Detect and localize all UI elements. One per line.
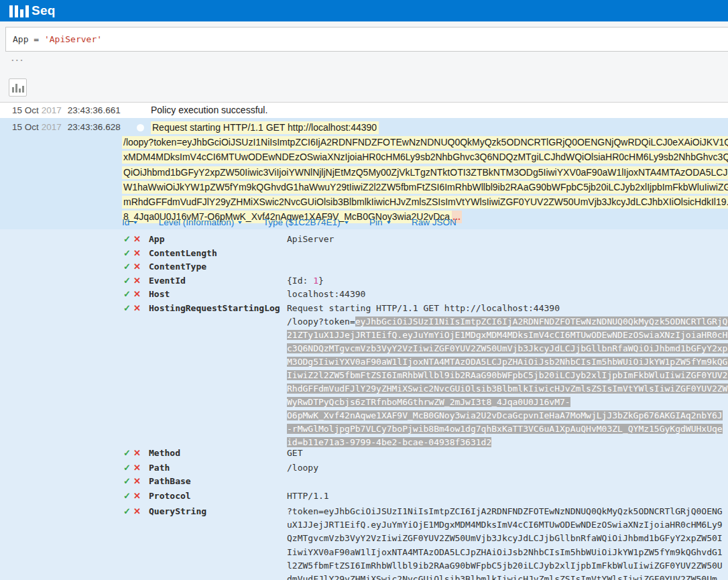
exclude-filter-icon[interactable]: ✕: [133, 233, 141, 246]
exclude-filter-icon[interactable]: ✕: [133, 302, 141, 315]
include-filter-icon[interactable]: ✓: [123, 447, 131, 460]
selected-text: M3ODg5IiwiYXV0aF90aW1lIjoxNTA4MTAzODA5LC…: [287, 357, 728, 367]
include-filter-icon[interactable]: ✓: [123, 247, 131, 260]
property-row: ✓✕ ContentLength: [0, 247, 728, 260]
event-message-line: W1haWwiOiJkYW1pZW5fYm9kQGhvdG1haWwuY29tI…: [122, 180, 728, 194]
property-row: ✓✕ PathBase: [0, 475, 728, 488]
property-value-line: QzMTgvcmVzb3VyY2VzIiwiZGF0YUV2ZW50UmVjb3…: [287, 532, 723, 545]
exclude-filter-icon[interactable]: ✕: [133, 505, 141, 518]
selected-text: WyRwDTPyQcbjs6zTRfnboM6GthrwZW_2mJwI3t8_…: [287, 397, 570, 407]
event-message: Policy execution successful.: [151, 105, 267, 115]
query-field: App: [13, 34, 28, 44]
tab-type[interactable]: Type ($1C2B74E1): [263, 217, 349, 227]
include-filter-icon[interactable]: ✓: [123, 233, 131, 246]
app-header: Seq: [0, 0, 728, 21]
selected-text: O6pMwK_Xvf42nAqwe1XAF9V_McB0GNoy3wia2U2v…: [287, 410, 723, 420]
include-filter-icon[interactable]: ✓: [123, 288, 131, 301]
tab-id[interactable]: Id: [122, 217, 137, 227]
property-value-line: dmVudFJlY29yZHMiXSwic2NvcGUiOlsib3Blbmlk…: [287, 573, 717, 580]
chart-bar: [19, 89, 21, 93]
event-detail-pane: 15 Oct201723:43:36.628 Request starting …: [0, 118, 728, 580]
property-value-line: l2ZW5fbmFtZSI6ImRhbWllbl9ib2RAaG90bWFpbC…: [287, 559, 723, 573]
chevron-down-icon: [238, 221, 242, 224]
property-row: ✓✕ EventId {Id: 1}: [0, 274, 728, 288]
include-filter-icon[interactable]: ✓: [123, 260, 131, 274]
property-row: ✓✕ Protocol HTTP/1.1: [0, 489, 728, 503]
property-value-line: -rMwGlMoljpgPb7VLCy7boPjwib8Bm4ow1dg7qhB…: [287, 422, 723, 436]
query-value: 'ApiServer': [44, 34, 102, 44]
property-row: ✓✕ Path /loopy: [0, 461, 728, 475]
results-ellipsis: ...: [11, 53, 25, 63]
property-value-line: M3ODg5IiwiYXV0aF90aW1lIjoxNTA4MTAzODA5LC…: [287, 355, 728, 369]
exclude-filter-icon[interactable]: ✕: [133, 475, 141, 488]
app-title: Seq: [32, 4, 56, 17]
chart-bar: [12, 87, 14, 93]
exclude-filter-icon[interactable]: ✕: [133, 260, 141, 274]
property-value-line: IiwiYXV0aF90aW1lIjoxNTA4MTAzODA5LCJpZHAi…: [287, 546, 723, 559]
property-row: ✓✕ App ApiServer: [0, 233, 728, 246]
selected-text: -rMwGlMoljpgPb7VLCy7boPjwib8Bm4ow1dg7qhB…: [287, 424, 723, 434]
logo-bar: [15, 5, 18, 17]
property-row: ✓✕ ContentType: [0, 260, 728, 274]
property-value-line: RhdGFFdmVudFJlY29yZHMiXSwic2NvcGUiOlsib3…: [287, 382, 728, 396]
exclude-filter-icon[interactable]: ✕: [133, 274, 141, 288]
property-value-line: 21ZTy1uX1JJejJRT1EifQ.eyJuYmYiOjE1MDgxMD…: [287, 329, 728, 342]
property-value: {Id: 1}: [287, 274, 324, 288]
property-value-line: ?token=eyJhbGciOiJSUzI1NiIsImtpZCI6IjA2R…: [287, 505, 723, 518]
query-panel: App = 'ApiServer' ...: [0, 21, 728, 103]
event-level-bullet-icon: [137, 124, 144, 131]
event-message-line: xMDM4MDksImV4cCI6MTUwODEwNDEzOSwiaXNzIjo…: [122, 150, 728, 164]
seq-logo-icon[interactable]: Seq: [9, 4, 56, 17]
event-message-line: QiOiJhbmd1bGFyY2xpZW50Iiwic3ViIjoiYWNlNj…: [122, 165, 728, 180]
include-filter-icon[interactable]: ✓: [123, 505, 131, 518]
event-message-line: mRhdGFFdmVudFJlY29yZHMiXSwic2NvcGUiOlsib…: [122, 194, 728, 209]
exclude-filter-icon[interactable]: ✕: [133, 461, 141, 475]
event-message-line: /loopy?token=eyJhbGciOiJSUzI1NiIsImtpZCI…: [122, 135, 728, 150]
logo-bar: [25, 5, 29, 17]
include-filter-icon[interactable]: ✓: [123, 475, 131, 488]
tab-level[interactable]: Level (Information): [159, 217, 243, 227]
exclude-filter-icon[interactable]: ✕: [133, 489, 141, 503]
property-value-line: uX1JJejJRT1EifQ.eyJuYmYiOjE1MDgxMDM4MDks…: [287, 518, 723, 532]
property-value-line: Request starting HTTP/1.1 GET http://loc…: [287, 302, 560, 315]
selected-text: RhdGFFdmVudFJlY29yZHMiXSwic2NvcGUiOlsib3…: [287, 384, 728, 394]
chevron-down-icon: [345, 221, 349, 224]
property-value-line: IiwiZ2l2ZW5fbmFtZSI6ImRhbWllbl9ib2RAaG90…: [287, 369, 728, 382]
property-value-line: WyRwDTPyQcbjs6zTRfnboM6GthrwZW_2mJwI3t8_…: [287, 396, 570, 409]
tab-pin[interactable]: Pin: [369, 217, 391, 227]
selected-text: eyJhbGciOiJSUzI1NiIsImtpZCI6IjA2RDNFNDZF…: [355, 316, 728, 327]
event-timestamp: 15 Oct201723:43:36.661: [12, 105, 121, 115]
exclude-filter-icon[interactable]: ✕: [133, 288, 141, 301]
selected-text: IiwiZ2l2ZW5fbmFtZSI6ImRhbWllbl9ib2RAaG90…: [287, 370, 728, 380]
logo-bar: [20, 9, 23, 17]
chart-bar: [15, 84, 17, 93]
event-toolbar: Id Level (Information) Type ($1C2B74E1) …: [122, 216, 475, 228]
selected-text: c3Q6NDQzMTgvcmVzb3VyY2VzIiwiZGF0YUV2ZW50…: [287, 343, 728, 353]
bar-chart-icon[interactable]: [9, 78, 27, 97]
event-row[interactable]: 15 Oct201723:43:36.661 Policy execution …: [0, 103, 728, 118]
exclude-filter-icon[interactable]: ✕: [133, 247, 141, 260]
property-value-line: c3Q6NDQzMTgvcmVzb3VyY2VzIiwiZGF0YUV2ZW50…: [287, 342, 728, 355]
tab-raw-json[interactable]: Raw JSON: [412, 217, 457, 227]
query-operator: =: [28, 34, 44, 44]
chevron-down-icon: [387, 221, 391, 224]
include-filter-icon[interactable]: ✓: [123, 489, 131, 503]
event-message-line: Request starting HTTP/1.1 GET http://loc…: [151, 120, 379, 135]
include-filter-icon[interactable]: ✓: [123, 302, 131, 315]
property-row: ✓✕ Method GET: [0, 447, 728, 460]
include-filter-icon[interactable]: ✓: [123, 274, 131, 288]
seq-log-viewer: Seq App = 'ApiServer' ... 15 Oct201723:4…: [0, 0, 728, 580]
selected-text: id=b11e71a3-9799-4be2-bcae-04938f3631d2: [287, 437, 491, 447]
chart-bar: [22, 86, 24, 93]
property-value-line: O6pMwK_Xvf42nAqwe1XAF9V_McB0GNoy3wia2U2v…: [287, 409, 723, 422]
filter-query-input[interactable]: App = 'ApiServer': [5, 27, 728, 52]
property-value-line: /loopy?token=eyJhbGciOiJSUzI1NiIsImtpZCI…: [287, 315, 728, 329]
property-row: ✓✕ Host localhost:44390: [0, 288, 728, 301]
selected-text: 21ZTy1uX1JJejJRT1EifQ.eyJuYmYiOjE1MDgxMD…: [287, 330, 728, 340]
exclude-filter-icon[interactable]: ✕: [133, 447, 141, 460]
chevron-down-icon: [133, 221, 137, 224]
include-filter-icon[interactable]: ✓: [123, 461, 131, 475]
logo-bar: [9, 5, 13, 17]
event-timestamp: 15 Oct201723:43:36.628: [12, 122, 121, 132]
